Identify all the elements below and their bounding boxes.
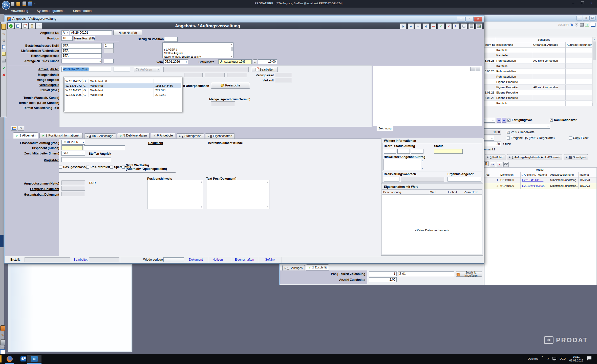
nav-first-icon[interactable]: ◀ [400, 23, 406, 29]
festpreis-label[interactable]: Festpreis Dokument [7, 187, 59, 191]
draw-icon[interactable]: ✎ [1, 333, 5, 338]
tab-allgemein[interactable]: ✔1Allgemein [13, 132, 38, 139]
scroll-up-icon[interactable]: ▲ [421, 160, 423, 162]
close-icon[interactable]: × [587, 0, 596, 7]
confirm-check-icon[interactable]: ✔ [2, 65, 6, 71]
neue-pos-button[interactable]: Neue Pos. (F8) [74, 36, 95, 41]
col-wert[interactable]: Wert [429, 190, 447, 194]
handshake-icon[interactable] [0, 325, 5, 331]
bezug-field[interactable] [164, 37, 178, 42]
col-einheit[interactable]: Einheit [447, 190, 463, 194]
zuschnitt-hinzufuegen-button[interactable]: Zuschnitt hinzufügen [456, 271, 482, 277]
table-row[interactable]: Kaufteile [484, 53, 592, 58]
menge-field[interactable]: 20 [483, 142, 501, 146]
artikel-row[interactable]: 2 Ø 14x1000 1.2210 Ø14X1000 Silberstahl … [484, 183, 596, 189]
table-row[interactable]: Kaufteile [484, 63, 592, 69]
hinweistext-textarea[interactable] [383, 159, 421, 170]
scroll-down-icon[interactable]: ▼ [421, 167, 423, 170]
restore-icon[interactable]: ❐ [589, 16, 595, 20]
print-icon[interactable] [470, 67, 475, 71]
exit-door-icon[interactable] [1, 24, 6, 30]
desktop-toolbar-label[interactable]: Desktop [528, 357, 538, 360]
positionshinweis-textarea[interactable]: ▲▼ [147, 180, 203, 209]
realisierung-field[interactable] [384, 177, 399, 181]
menu-anwendung[interactable]: Anwendung [7, 8, 32, 14]
bestelleradresse-pos-field[interactable]: 1 [104, 43, 114, 48]
lieferadresse-field[interactable]: STA [61, 48, 102, 53]
bearbeitet-link[interactable]: Bearbeitet: [74, 258, 88, 261]
window-icon[interactable] [591, 23, 595, 27]
table-row[interactable]: 5.05.25Rohmaterialien [484, 69, 592, 74]
table-row[interactable]: 5.05.25Eigene Produkte [484, 95, 592, 101]
scroll-thumb[interactable] [593, 42, 595, 60]
clock-icon[interactable] [575, 23, 579, 27]
close-icon[interactable]: ✕ [474, 17, 482, 21]
maximize-icon[interactable]: □ [583, 16, 589, 20]
kalkulationsvar-checkbox[interactable] [550, 119, 553, 122]
col-artikelbezeichnung[interactable]: Artikelbezeichnung [549, 172, 579, 177]
scroll-up-icon[interactable]: ▲ [592, 37, 596, 41]
toolbar-chevron[interactable]: » [541, 355, 543, 358]
filter-remove-icon[interactable]: ✕ [497, 162, 502, 167]
menu-systemprogramme[interactable]: Systemprogramme [33, 8, 68, 14]
mitarbeiter-field[interactable]: STA [61, 151, 85, 156]
network-icon[interactable] [552, 357, 557, 361]
table-row[interactable]: Rohmaterialien [484, 74, 592, 79]
keyboard-language[interactable]: DEU [560, 357, 566, 360]
table-row[interactable]: 5.05.25Eigene Produkte [484, 90, 592, 95]
tab-angebote[interactable]: ✔6Angebote [151, 133, 175, 138]
steuersatz-browse-button[interactable]: ... [253, 59, 257, 64]
prodat-taskbar-icon[interactable]: ≫ [27, 355, 41, 362]
ergebnis-field[interactable] [447, 177, 481, 181]
nav-last-icon[interactable]: ▶ [423, 23, 429, 29]
tab-debitorendaten[interactable]: ✔5Debitorendaten [117, 133, 150, 138]
collapse-icon[interactable]: ▸◂ [490, 162, 495, 167]
pinned-icon-partial[interactable] [0, 355, 2, 362]
vom-date-field[interactable]: 05.01.2026 [163, 59, 188, 64]
outlook-icon[interactable] [20, 355, 27, 362]
zeichnung-field[interactable]: Z-01 [398, 271, 454, 276]
next-variant-icon[interactable]: ▶ [502, 118, 506, 123]
scroll-up-icon[interactable]: ▲ [231, 43, 232, 46]
minimize-icon[interactable]: ─ [576, 16, 582, 20]
col-bezeichnung[interactable]: Bezeichnung [495, 42, 532, 47]
angebots-typ-select[interactable]: A [61, 30, 69, 35]
tab-sonstiges[interactable]: ▶1Sonstiges [282, 265, 305, 271]
artikel-nr-field[interactable]: W.13.N-272.371 /C ... [61, 67, 111, 72]
box-icon[interactable] [2, 59, 6, 64]
pos-geschlossen-checkbox[interactable] [59, 166, 62, 169]
eigenschaften-link[interactable]: Eigenschaften [235, 258, 254, 261]
refresh-icon[interactable]: ↻ [453, 23, 459, 29]
menu-stammdaten[interactable]: Stammdaten [69, 8, 95, 14]
tab-ab-zuschlaege[interactable]: ▶4Ab- / Zuschläge [84, 133, 116, 139]
bestelleradresse-field[interactable]: STA [61, 43, 102, 48]
prev-variant-icon[interactable]: ◀ [497, 118, 501, 123]
cancel-x-icon[interactable]: ✖ [2, 72, 6, 77]
dokument-header[interactable]: Dokument [148, 141, 163, 145]
projekt-label[interactable]: Projekt-Nr. [7, 158, 59, 162]
cancel-icon[interactable]: ✕ [445, 23, 452, 29]
sperrstatus-checkbox[interactable] [110, 166, 113, 169]
dropdown-row[interactable]: W.13.B-2356-89-1GWelle Nut 56 [65, 79, 181, 83]
table-row[interactable]: 5.05.25RohmaterialienAG nicht vorhanden [484, 58, 592, 63]
notes-icon[interactable] [2, 52, 6, 57]
table-row[interactable]: Eigene Produkte [484, 79, 592, 85]
pos-field[interactable]: 1 [369, 271, 397, 276]
maximize-icon[interactable]: ▫ [465, 17, 474, 21]
col-auftraege[interactable]: Aufträge (gebundene B [566, 42, 592, 47]
status-field-1[interactable] [384, 149, 396, 154]
panel-menu-icon[interactable] [476, 67, 480, 71]
col-material[interactable]: Materia [579, 172, 596, 177]
stock-out-icon[interactable]: ▶ [476, 23, 482, 29]
col-aufgabe[interactable]: Organisat. Aufgabe [532, 42, 566, 47]
table-row[interactable]: Kaufteile [484, 101, 592, 106]
refresh-icon[interactable]: ↻ [570, 23, 573, 27]
scroll-down-icon[interactable]: ▼ [231, 55, 232, 58]
tools-icon[interactable] [0, 339, 5, 345]
table-row[interactable]: Kaufteile [484, 48, 592, 53]
col-beschreibung[interactable]: Beschreibung [382, 190, 429, 194]
artikel-zusatz-field[interactable] [114, 67, 130, 72]
tab-staffelpreise[interactable]: ▶7Staffelpreise [177, 133, 204, 139]
status-field[interactable] [434, 149, 463, 154]
position-field[interactable]: 10 [61, 36, 73, 41]
